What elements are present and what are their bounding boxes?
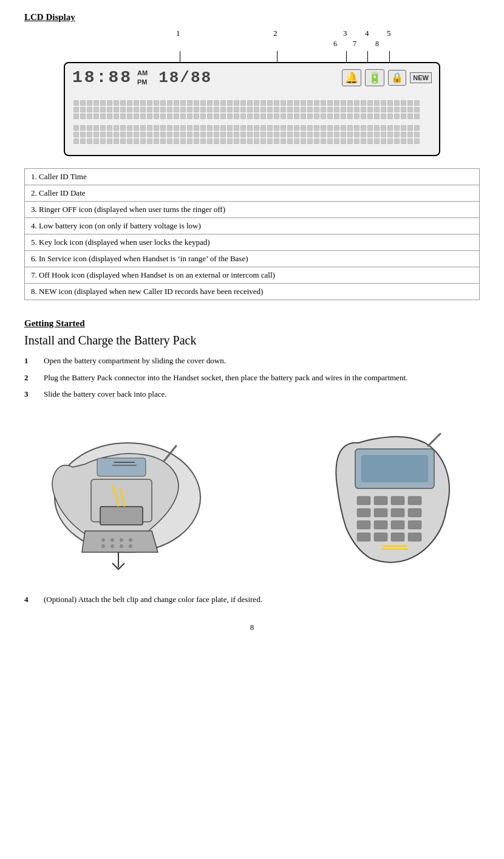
dot-cell [407,100,413,106]
dot-cell [73,139,79,144]
dot-cell [407,107,413,112]
dot-cell [321,125,326,131]
dot-cell [274,125,279,131]
dot-cell [294,139,299,144]
table-cell: 6. In Service icon (displayed when Hands… [25,251,480,267]
dot-cell [301,100,306,106]
dot-cell [367,132,373,137]
dot-cell [194,125,199,131]
dot-cell [414,100,420,106]
dot-cell [107,114,112,119]
svg-point-9 [120,544,123,548]
dot-cell [401,132,406,137]
dot-cell [207,125,213,131]
dot-cell [281,107,286,112]
dot-cell [287,125,293,131]
dot-matrix-table-2 [72,124,421,145]
dot-cell [227,139,233,144]
dot-cell [154,114,159,119]
dot-cell [341,107,346,112]
lcd-top-row: 18:88 AM PM 18/88 🔔 🔋 🔒 NEW [72,68,432,87]
dot-cell [247,132,253,137]
svg-point-3 [101,538,105,542]
dot-cell [154,107,159,112]
dot-cell [120,107,126,112]
dot-cell [94,125,99,131]
dot-cell [387,132,393,137]
dot-cell [200,125,206,131]
dot-cell [314,114,319,119]
dot-cell [167,107,172,112]
svg-rect-14 [357,496,370,505]
dot-cell [314,100,319,106]
dot-cell [307,100,313,106]
dot-cell [94,139,99,144]
dot-cell [374,125,380,131]
dot-cell [134,132,139,137]
dot-cell [321,139,326,144]
dot-cell [307,114,313,119]
dot-cell [347,132,353,137]
dot-cell [140,100,146,106]
dot-cell [100,139,106,144]
dot-cell [261,100,266,106]
svg-point-10 [129,544,132,548]
dot-cell [267,100,273,106]
label-8: 8 [375,39,379,49]
dot-cell [414,107,420,112]
dot-cell [341,125,346,131]
dot-cell [387,107,393,112]
dot-cell [234,100,239,106]
dot-cell [261,114,266,119]
dot-cell [407,114,413,119]
dot-cell [321,107,326,112]
dot-cell [347,114,353,119]
dot-cell [240,100,246,106]
dot-cell [167,132,172,137]
step4: 4 (Optional) Attach the belt clip and ch… [24,595,480,604]
dot-cell [374,114,380,119]
dot-cell [281,100,286,106]
dot-cell [140,114,146,119]
dot-cell [167,139,172,144]
dot-cell [100,114,106,119]
dot-cell [287,107,293,112]
step-number: 3 [24,388,34,400]
dot-cell [414,125,420,131]
battery-icon: 🔋 [365,69,384,86]
svg-rect-27 [374,533,387,541]
dot-cell [341,114,346,119]
dot-cell [401,125,406,131]
dot-cell [287,114,293,119]
dot-cell [267,107,273,112]
dot-cell [387,139,393,144]
getting-started-title: Getting Started [24,318,480,329]
dot-cell [107,139,112,144]
table-row: 8. NEW icon (displayed when new Caller I… [25,284,480,300]
dot-cell [387,114,393,119]
lcd-diagram: 1 2 3 4 5 6 7 8 18:88 AM PM [64,29,440,156]
label-6: 6 [333,39,337,49]
dot-cell [347,125,353,131]
dot-cell [174,114,179,119]
dot-cell [87,125,92,131]
table-cell: 1. Caller ID Time [25,169,480,185]
dot-cell [214,114,219,119]
dot-cell [294,114,299,119]
dot-cell [327,139,333,144]
table-cell: 4. Low battery icon (on only if battery … [25,218,480,234]
dot-cell [334,132,339,137]
battery-illustration-svg-left [24,412,231,583]
dot-cell [281,125,286,131]
svg-rect-22 [357,521,370,529]
lcd-info-table: 1. Caller ID Time2. Caller ID Date3. Rin… [24,168,480,300]
dot-cell [234,107,239,112]
dot-cell [87,114,92,119]
dot-cell [394,107,400,112]
dot-cell [254,132,259,137]
dot-cell [180,125,186,131]
dot-cell [160,125,166,131]
dot-cell [187,125,192,131]
table-cell: 7. Off Hook icon (displayed when Handset… [25,267,480,284]
dot-cell [114,114,119,119]
